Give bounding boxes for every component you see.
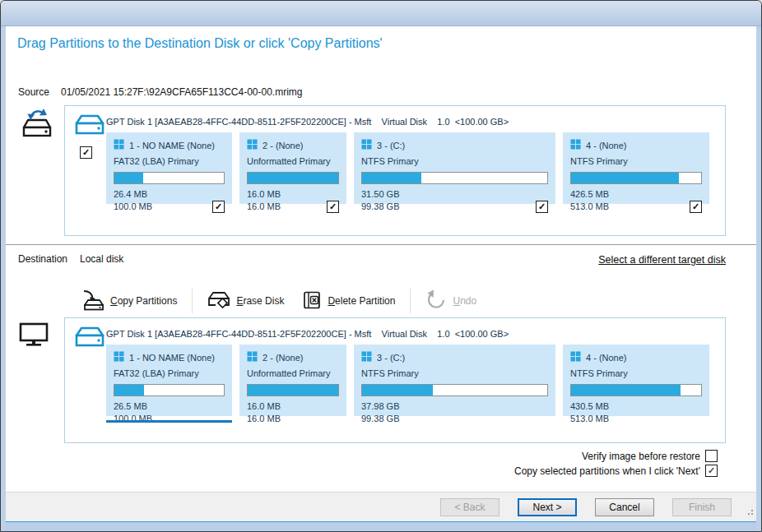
partition-meta: 426.5 MB513.0 MB✓	[570, 188, 702, 214]
partition-name: 3 - (C:)	[377, 141, 405, 150]
delete-partition-button[interactable]: Delete Partition	[293, 290, 404, 312]
disk-drive-icon	[75, 113, 105, 140]
partition-filesystem: NTFS Primary	[361, 156, 548, 166]
undo-label: Undo	[453, 295, 476, 307]
partition-total: 513.0 MB	[570, 413, 609, 425]
source-info-row: Source 01/05/2021 15:27 F:\92A9CFA65F113…	[18, 86, 594, 99]
partition-filesystem: Unformatted Primary	[247, 368, 339, 378]
selected-partition-underline	[106, 420, 232, 423]
back-button[interactable]: < Back	[440, 498, 499, 516]
partition-filesystem: NTFS Primary	[570, 368, 702, 378]
partition-box[interactable]: 1 - NO NAME (None)FAT32 (LBA) Primary26.…	[106, 345, 232, 416]
erase-disk-icon	[207, 290, 230, 312]
partition-sizes: 26.4 MB100.0 MB	[114, 188, 152, 214]
partition-name: 1 - NO NAME (None)	[129, 353, 215, 363]
copy-partitions-button[interactable]: Copy Partitions	[72, 289, 186, 313]
partition-used: 16.0 MB	[247, 188, 281, 201]
copy-on-next-checkbox[interactable]: ✓	[705, 465, 718, 477]
partition-title: 3 - (C:)	[361, 351, 548, 363]
windows-logo-icon	[247, 351, 258, 363]
partition-usage-bar	[247, 384, 339, 396]
partition-box[interactable]: 2 - (None)Unformatted Primary16.0 MB16.0…	[239, 132, 346, 204]
partition-name: 3 - (C:)	[377, 353, 405, 363]
partition-meta: 26.4 MB100.0 MB✓	[114, 188, 225, 214]
windows-logo-icon	[361, 351, 372, 363]
partition-usage-bar	[114, 172, 225, 184]
cancel-button[interactable]: Cancel	[595, 498, 654, 516]
partition-used: 26.5 MB	[114, 400, 152, 413]
partition-filesystem: FAT32 (LBA) Primary	[114, 368, 225, 378]
copy-partitions-label: Copy Partitions	[110, 295, 177, 307]
window-frame: Drag Partitions to the Destination Disk …	[1, 26, 761, 532]
windows-logo-icon	[570, 139, 581, 151]
verify-image-checkbox[interactable]	[705, 450, 718, 462]
verify-image-option[interactable]: Verify image before restore	[582, 450, 718, 462]
partition-title: 4 - (None)	[570, 351, 702, 363]
partition-box[interactable]: 4 - (None)NTFS Primary426.5 MB513.0 MB✓	[563, 132, 709, 204]
destination-disk-panel: GPT Disk 1 [A3AEAB28-4FFC-44DD-8511-2F5F…	[64, 317, 726, 443]
partition-used: 31.50 GB	[361, 188, 399, 201]
partition-title: 2 - (None)	[247, 351, 339, 363]
verify-image-label: Verify image before restore	[582, 451, 700, 462]
partition-box[interactable]: 4 - (None)NTFS Primary430.5 MB513.0 MB	[563, 345, 709, 416]
section-divider	[6, 244, 756, 245]
partition-title: 2 - (None)	[247, 139, 339, 151]
destination-disk-header: GPT Disk 1 [A3AEAB28-4FFC-44DD-8511-2F5F…	[106, 329, 509, 339]
partition-usage-fill	[571, 173, 679, 183]
partition-box[interactable]: 1 - NO NAME (None)FAT32 (LBA) Primary26.…	[106, 132, 232, 204]
partition-usage-bar	[247, 172, 339, 184]
source-disk-checkbox[interactable]: ✓	[80, 146, 92, 159]
window-titlebar[interactable]	[1, 1, 761, 26]
wizard-content: Drag Partitions to the Destination Disk …	[6, 26, 756, 492]
copy-on-next-option[interactable]: Copy selected partitions when I click 'N…	[514, 465, 718, 477]
partition-usage-fill	[114, 173, 143, 183]
partition-meta: 16.0 MB16.0 MB	[247, 400, 339, 426]
partition-box[interactable]: 3 - (C:)NTFS Primary37.98 GB99.38 GB	[354, 345, 555, 416]
partition-checkbox[interactable]: ✓	[536, 201, 548, 213]
windows-logo-icon	[114, 139, 124, 151]
toolbar-separator	[410, 289, 411, 313]
restore-wizard-window: Drag Partitions to the Destination Disk …	[0, 0, 762, 532]
windows-logo-icon	[570, 351, 581, 363]
partition-sizes: 16.0 MB16.0 MB	[247, 400, 281, 426]
select-target-disk-link[interactable]: Select a different target disk	[598, 254, 726, 266]
source-label: Source	[18, 86, 49, 98]
delete-partition-label: Delete Partition	[328, 295, 395, 307]
destination-type: Local disk	[80, 253, 123, 265]
restore-options: Verify image before restore Copy selecte…	[514, 450, 718, 477]
destination-partition-list: 1 - NO NAME (None)FAT32 (LBA) Primary26.…	[106, 345, 709, 416]
resize-grip-icon[interactable]	[745, 504, 754, 519]
partition-title: 4 - (None)	[570, 139, 702, 151]
destination-info-row: Destination Local disk	[18, 253, 347, 266]
partition-used: 16.0 MB	[247, 400, 281, 413]
partition-checkbox[interactable]: ✓	[212, 201, 225, 213]
partition-box[interactable]: 3 - (C:)NTFS Primary31.50 GB99.38 GB✓	[354, 132, 555, 204]
partition-name: 4 - (None)	[586, 141, 627, 150]
partition-checkbox[interactable]: ✓	[327, 201, 339, 213]
source-image-path: F:\92A9CFA65F113CC4-00-00.mrimg	[137, 86, 303, 98]
partition-sizes: 37.98 GB99.38 GB	[361, 400, 399, 426]
partition-used: 430.5 MB	[570, 400, 609, 413]
partition-title: 1 - NO NAME (None)	[114, 139, 225, 151]
undo-button[interactable]: Undo	[416, 289, 486, 313]
finish-button[interactable]: Finish	[672, 498, 732, 516]
partition-meta: 37.98 GB99.38 GB	[361, 400, 548, 426]
next-button[interactable]: Next >	[518, 498, 577, 516]
windows-logo-icon	[114, 351, 124, 363]
partition-name: 1 - NO NAME (None)	[129, 141, 215, 150]
partition-meta: 31.50 GB99.38 GB✓	[361, 188, 548, 214]
delete-partition-icon	[302, 290, 322, 312]
partition-meta: 430.5 MB513.0 MB	[570, 400, 702, 426]
erase-disk-button[interactable]: Erase Disk	[198, 290, 293, 312]
partition-sizes: 426.5 MB513.0 MB	[570, 188, 609, 214]
partition-filesystem: NTFS Primary	[361, 368, 548, 378]
partition-box[interactable]: 2 - (None)Unformatted Primary16.0 MB16.0…	[239, 345, 346, 416]
destination-toolbar: Copy Partitions Erase Disk	[72, 287, 486, 315]
source-disk-panel: GPT Disk 1 [A3AEAB28-4FFC-44DD-8511-2F5F…	[64, 105, 726, 236]
restore-image-icon	[20, 109, 54, 145]
local-computer-icon	[18, 322, 49, 351]
partition-total: 16.0 MB	[247, 201, 281, 213]
page-title: Drag Partitions to the Destination Disk …	[17, 36, 383, 51]
partition-checkbox[interactable]: ✓	[690, 201, 702, 213]
partition-used: 37.98 GB	[361, 400, 399, 413]
